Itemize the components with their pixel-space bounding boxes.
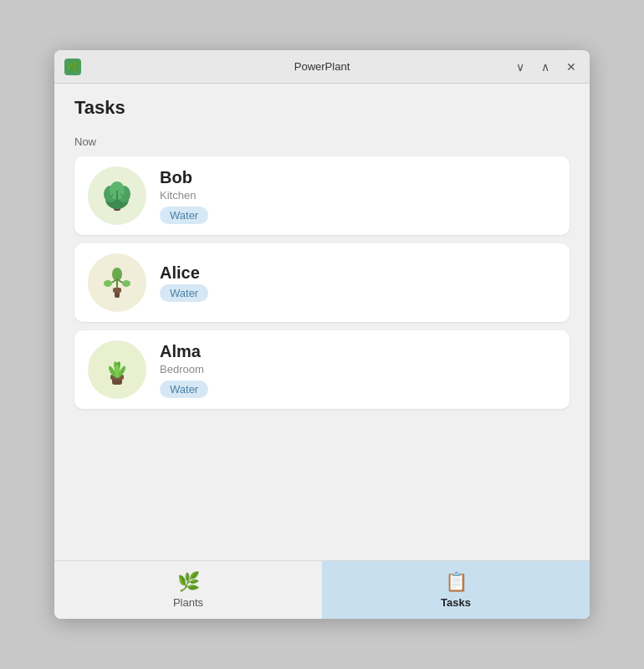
plants-tab-label: Plants <box>173 596 203 609</box>
app-icon: 🌿 <box>64 59 81 75</box>
app-window: 🌿 PowerPlant ∨ ∧ ✕ Tasks Now <box>54 50 590 619</box>
plant-location-alma: Bedroom <box>160 363 208 375</box>
svg-point-11 <box>112 268 122 281</box>
plant-card-bob[interactable]: Bob Kitchen Water <box>74 156 570 235</box>
plant-avatar-alma <box>88 340 146 399</box>
bottom-nav: 🌿 Plants 📋 Tasks <box>54 560 590 619</box>
svg-point-13 <box>104 280 112 287</box>
plant-name-bob: Bob <box>160 168 208 187</box>
titlebar: 🌿 PowerPlant ∨ ∧ ✕ <box>54 50 590 84</box>
maximize-button[interactable]: ∧ <box>538 59 553 74</box>
tasks-tab-label: Tasks <box>441 596 471 609</box>
plant-location-bob: Kitchen <box>160 189 208 202</box>
plant-image-alice <box>97 263 137 303</box>
titlebar-controls: ∨ ∧ ✕ <box>513 59 580 74</box>
plant-avatar-alice <box>88 253 146 312</box>
plant-info-alice: Alice Water <box>160 263 208 302</box>
plant-image-bob <box>97 176 137 216</box>
plant-avatar-bob <box>88 166 146 225</box>
water-tag-alma[interactable]: Water <box>160 380 208 398</box>
page-header: Tasks <box>54 84 590 125</box>
section-label: Now <box>74 135 570 148</box>
plant-image-alma <box>97 350 137 390</box>
content-area: Now Bob Kitchen Water <box>54 125 590 560</box>
water-tag-alice[interactable]: Water <box>160 284 208 302</box>
plant-name-alma: Alma <box>160 342 208 361</box>
svg-rect-9 <box>113 288 121 293</box>
plant-info-bob: Bob Kitchen Water <box>160 168 208 224</box>
minimize-button[interactable]: ∨ <box>513 59 528 74</box>
page-title: Tasks <box>74 97 570 119</box>
plant-info-alma: Alma Bedroom Water <box>160 342 208 398</box>
app-title: PowerPlant <box>294 60 350 73</box>
plant-name-alice: Alice <box>160 263 208 283</box>
tab-tasks[interactable]: 📋 Tasks <box>322 561 590 619</box>
water-tag-bob[interactable]: Water <box>160 207 208 224</box>
plant-card-alma[interactable]: Alma Bedroom Water <box>74 330 570 409</box>
plants-tab-icon: 🌿 <box>177 571 200 593</box>
svg-point-15 <box>122 280 130 287</box>
tasks-tab-icon: 📋 <box>445 571 468 593</box>
titlebar-left: 🌿 <box>64 59 81 75</box>
tab-plants[interactable]: 🌿 Plants <box>54 561 322 619</box>
plant-card-alice[interactable]: Alice Water <box>74 243 570 322</box>
close-button[interactable]: ✕ <box>563 59 580 74</box>
